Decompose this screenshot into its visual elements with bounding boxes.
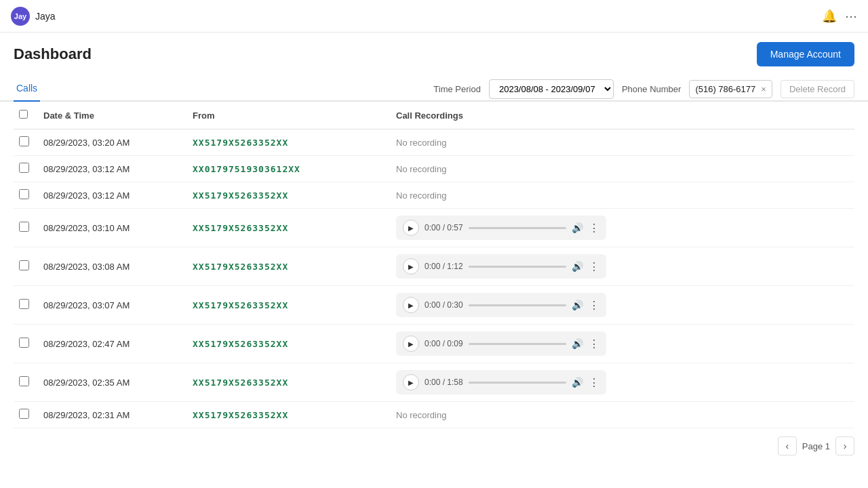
- more-icon[interactable]: ⋯: [845, 9, 857, 24]
- row-datetime: 08/29/2023, 03:10 AM: [38, 209, 187, 247]
- row-checkbox[interactable]: [19, 338, 29, 348]
- page-header: Dashboard Manage Account: [0, 33, 868, 72]
- row-from: XX01797519303612XX: [187, 156, 391, 182]
- row-checkbox-cell: [14, 402, 38, 428]
- calls-table-container: Date & Time From Call Recordings 08/29/2…: [0, 102, 868, 428]
- masked-number: XX5179X5263352XX: [193, 378, 288, 388]
- row-recording: ▶ 0:00 / 0:09 🔊 ⋮: [391, 325, 854, 363]
- masked-number: XX5179X5263352XX: [193, 262, 288, 272]
- audio-progress-bar[interactable]: [469, 343, 566, 345]
- row-checkbox[interactable]: [19, 409, 29, 419]
- row-checkbox-cell: [14, 209, 38, 247]
- audio-player: ▶ 0:00 / 1:12 🔊 ⋮: [396, 254, 606, 279]
- row-datetime: 08/29/2023, 02:35 AM: [38, 363, 187, 402]
- row-datetime: 08/29/2023, 02:31 AM: [38, 402, 187, 428]
- table-row: 08/29/2023, 03:07 AMXX5179X5263352XX ▶ 0…: [14, 286, 854, 325]
- manage-account-button[interactable]: Manage Account: [757, 42, 854, 66]
- audio-time: 0:00 / 1:58: [425, 378, 463, 387]
- pagination: ‹ Page 1 ›: [0, 428, 868, 464]
- phone-number-clear-icon[interactable]: ×: [761, 84, 766, 94]
- topbar: Jay Jaya 🔔 ⋯: [0, 0, 868, 33]
- more-options-icon[interactable]: ⋮: [589, 222, 599, 235]
- phone-number-value: (516) 786-6177: [695, 84, 755, 94]
- row-from: XX5179X5263352XX: [187, 129, 391, 156]
- no-recording-label: No recording: [396, 164, 446, 174]
- row-checkbox-cell: [14, 156, 38, 182]
- row-datetime: 08/29/2023, 03:20 AM: [38, 129, 187, 156]
- row-checkbox[interactable]: [19, 299, 29, 309]
- table-row: 08/29/2023, 03:08 AMXX5179X5263352XX ▶ 0…: [14, 247, 854, 286]
- toolbar: Calls Time Period 2023/08/08 - 2023/09/0…: [0, 72, 868, 102]
- row-checkbox[interactable]: [19, 163, 29, 173]
- calls-table: Date & Time From Call Recordings 08/29/2…: [14, 102, 854, 428]
- more-options-icon[interactable]: ⋮: [589, 299, 599, 312]
- play-button[interactable]: ▶: [403, 336, 419, 352]
- row-datetime: 08/29/2023, 03:12 AM: [38, 156, 187, 182]
- volume-icon[interactable]: 🔊: [572, 377, 583, 388]
- row-datetime: 08/29/2023, 02:47 AM: [38, 325, 187, 363]
- row-checkbox-cell: [14, 129, 38, 156]
- volume-icon[interactable]: 🔊: [572, 300, 583, 310]
- row-recording: No recording: [391, 156, 854, 182]
- row-checkbox[interactable]: [19, 376, 29, 386]
- more-options-icon[interactable]: ⋮: [589, 260, 599, 273]
- masked-number: XX5179X5263352XX: [193, 339, 288, 349]
- play-button[interactable]: ▶: [403, 374, 419, 390]
- table-row: 08/29/2023, 02:31 AMXX5179X5263352XXNo r…: [14, 402, 854, 428]
- more-options-icon[interactable]: ⋮: [589, 376, 599, 389]
- pagination-prev-button[interactable]: ‹: [778, 436, 797, 455]
- bell-icon[interactable]: 🔔: [822, 9, 837, 24]
- row-from: XX5179X5263352XX: [187, 182, 391, 209]
- toolbar-filters: Time Period 2023/08/08 - 2023/09/07 Phon…: [433, 79, 854, 99]
- row-checkbox[interactable]: [19, 222, 29, 232]
- no-recording-label: No recording: [396, 410, 446, 420]
- play-button[interactable]: ▶: [403, 258, 419, 274]
- play-button[interactable]: ▶: [403, 297, 419, 313]
- row-recording: ▶ 0:00 / 0:57 🔊 ⋮: [391, 209, 854, 247]
- col-header-from: From: [187, 102, 391, 129]
- time-period-select[interactable]: 2023/08/08 - 2023/09/07: [489, 79, 614, 99]
- audio-player: ▶ 0:00 / 0:09 🔊 ⋮: [396, 331, 606, 356]
- topbar-username: Jaya: [35, 11, 56, 22]
- row-from: XX5179X5263352XX: [187, 209, 391, 247]
- row-from: XX5179X5263352XX: [187, 363, 391, 402]
- row-checkbox[interactable]: [19, 260, 29, 270]
- table-row: 08/29/2023, 02:47 AMXX5179X5263352XX ▶ 0…: [14, 325, 854, 363]
- audio-player: ▶ 0:00 / 0:30 🔊 ⋮: [396, 293, 606, 317]
- col-header-check: [14, 102, 38, 129]
- row-checkbox-cell: [14, 286, 38, 325]
- audio-progress-bar[interactable]: [469, 382, 566, 384]
- audio-time: 0:00 / 0:30: [425, 300, 463, 310]
- page-title: Dashboard: [14, 45, 92, 63]
- audio-progress-bar[interactable]: [469, 227, 566, 229]
- col-header-date: Date & Time: [38, 102, 187, 129]
- col-header-recording: Call Recordings: [391, 102, 854, 129]
- no-recording-label: No recording: [396, 190, 446, 201]
- phone-number-label: Phone Number: [622, 84, 681, 94]
- audio-progress-bar[interactable]: [469, 304, 566, 306]
- audio-progress-bar[interactable]: [469, 266, 566, 268]
- row-from: XX5179X5263352XX: [187, 402, 391, 428]
- more-options-icon[interactable]: ⋮: [589, 338, 599, 350]
- table-row: 08/29/2023, 03:12 AMXX01797519303612XXNo…: [14, 156, 854, 182]
- delete-record-button[interactable]: Delete Record: [781, 80, 854, 98]
- audio-time: 0:00 / 0:57: [425, 223, 463, 232]
- play-button[interactable]: ▶: [403, 220, 419, 236]
- select-all-checkbox[interactable]: [19, 110, 28, 119]
- audio-time: 0:00 / 0:09: [425, 339, 463, 348]
- row-datetime: 08/29/2023, 03:07 AM: [38, 286, 187, 325]
- table-row: 08/29/2023, 03:20 AMXX5179X5263352XXNo r…: [14, 129, 854, 156]
- pagination-next-button[interactable]: ›: [835, 436, 854, 455]
- volume-icon[interactable]: 🔊: [572, 338, 583, 349]
- row-recording: No recording: [391, 402, 854, 428]
- masked-number: XX5179X5263352XX: [193, 138, 288, 148]
- volume-icon[interactable]: 🔊: [572, 222, 583, 233]
- tab-calls[interactable]: Calls: [14, 77, 40, 102]
- row-checkbox[interactable]: [19, 136, 29, 146]
- topbar-right: 🔔 ⋯: [822, 9, 857, 24]
- volume-icon[interactable]: 🔊: [572, 261, 583, 272]
- row-from: XX5179X5263352XX: [187, 286, 391, 325]
- masked-number: XX5179X5263352XX: [193, 410, 288, 420]
- table-header-row: Date & Time From Call Recordings: [14, 102, 854, 129]
- row-checkbox[interactable]: [19, 189, 29, 199]
